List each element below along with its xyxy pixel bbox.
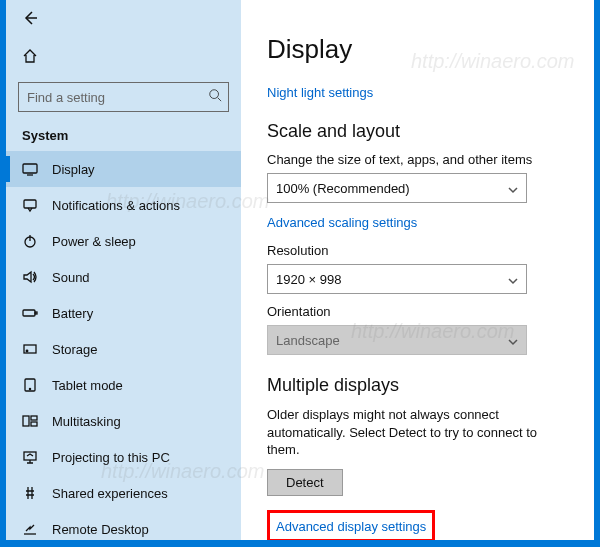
sidebar-item-power[interactable]: Power & sleep: [6, 223, 241, 259]
sidebar-item-label: Tablet mode: [52, 378, 123, 393]
sidebar-item-storage[interactable]: Storage: [6, 331, 241, 367]
category-header: System: [6, 122, 241, 151]
sidebar-item-tablet[interactable]: Tablet mode: [6, 367, 241, 403]
highlight-box: Advanced display settings: [267, 510, 435, 540]
sidebar: System Display Notifications & actions P…: [6, 0, 241, 540]
sidebar-item-display[interactable]: Display: [6, 151, 241, 187]
remote-icon: [22, 521, 38, 537]
detect-button[interactable]: Detect: [267, 469, 343, 496]
svg-point-7: [26, 350, 28, 352]
search-input[interactable]: [18, 82, 229, 112]
svg-rect-1: [23, 164, 37, 173]
sidebar-item-remote[interactable]: Remote Desktop: [6, 511, 241, 540]
multitasking-icon: [22, 413, 38, 429]
sidebar-item-battery[interactable]: Battery: [6, 295, 241, 331]
advanced-scaling-link[interactable]: Advanced scaling settings: [267, 215, 417, 230]
sidebar-item-label: Sound: [52, 270, 90, 285]
sidebar-item-sound[interactable]: Sound: [6, 259, 241, 295]
home-icon[interactable]: [22, 48, 241, 68]
svg-point-0: [210, 90, 219, 99]
svg-rect-2: [24, 200, 36, 208]
resolution-label: Resolution: [267, 243, 568, 258]
sidebar-item-label: Storage: [52, 342, 98, 357]
svg-point-9: [29, 388, 30, 389]
battery-icon: [22, 305, 38, 321]
resolution-value: 1920 × 998: [276, 272, 341, 287]
sidebar-item-shared[interactable]: Shared experiences: [6, 475, 241, 511]
sidebar-item-label: Shared experiences: [52, 486, 168, 501]
svg-rect-13: [24, 452, 36, 460]
display-icon: [22, 161, 38, 177]
sidebar-nav: Display Notifications & actions Power & …: [6, 151, 241, 540]
sidebar-item-label: Remote Desktop: [52, 522, 149, 537]
sidebar-item-label: Battery: [52, 306, 93, 321]
main-content: Display Night light settings Scale and l…: [241, 0, 594, 540]
tablet-icon: [22, 377, 38, 393]
search-icon: [208, 88, 222, 106]
scale-label: Change the size of text, apps, and other…: [267, 152, 568, 167]
projecting-icon: [22, 449, 38, 465]
sidebar-item-notifications[interactable]: Notifications & actions: [6, 187, 241, 223]
advanced-display-link[interactable]: Advanced display settings: [276, 519, 426, 534]
shared-icon: [22, 485, 38, 501]
svg-rect-11: [31, 416, 37, 420]
orientation-dropdown: Landscape: [267, 325, 527, 355]
orientation-label: Orientation: [267, 304, 568, 319]
sidebar-item-label: Power & sleep: [52, 234, 136, 249]
sidebar-item-projecting[interactable]: Projecting to this PC: [6, 439, 241, 475]
storage-icon: [22, 341, 38, 357]
scale-value: 100% (Recommended): [276, 181, 410, 196]
chevron-down-icon: [508, 335, 518, 345]
multi-note: Older displays might not always connect …: [267, 406, 568, 459]
svg-rect-12: [31, 422, 37, 426]
scale-dropdown[interactable]: 100% (Recommended): [267, 173, 527, 203]
sidebar-item-multitasking[interactable]: Multitasking: [6, 403, 241, 439]
settings-window: http://winaero.com http://winaero.com ht…: [6, 0, 594, 540]
orientation-value: Landscape: [276, 333, 340, 348]
sidebar-item-label: Notifications & actions: [52, 198, 180, 213]
notification-icon: [22, 197, 38, 213]
chevron-down-icon: [508, 183, 518, 193]
multi-heading: Multiple displays: [267, 375, 568, 396]
svg-rect-10: [23, 416, 29, 426]
night-light-link[interactable]: Night light settings: [267, 85, 373, 100]
sidebar-item-label: Projecting to this PC: [52, 450, 170, 465]
sound-icon: [22, 269, 38, 285]
back-icon[interactable]: [22, 10, 241, 30]
power-icon: [22, 233, 38, 249]
svg-rect-4: [23, 310, 35, 316]
chevron-down-icon: [508, 274, 518, 284]
svg-rect-5: [35, 312, 37, 314]
sidebar-item-label: Multitasking: [52, 414, 121, 429]
scale-heading: Scale and layout: [267, 121, 568, 142]
search-field[interactable]: [27, 90, 208, 105]
resolution-dropdown[interactable]: 1920 × 998: [267, 264, 527, 294]
page-title: Display: [267, 34, 568, 65]
sidebar-item-label: Display: [52, 162, 95, 177]
